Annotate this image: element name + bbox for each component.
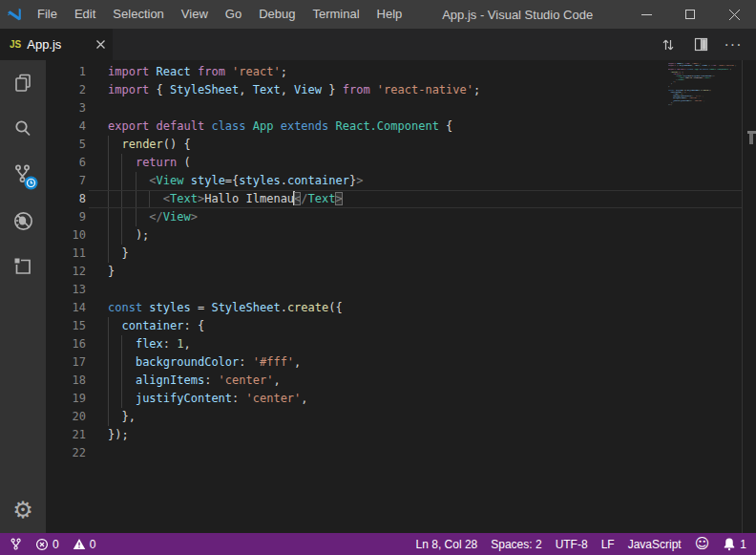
menu-help[interactable]: Help: [368, 0, 411, 29]
minimap[interactable]: import React from 'react';import { Style…: [668, 63, 742, 108]
indent-guide: [108, 408, 109, 426]
line-number: 7: [46, 172, 86, 190]
source-control-icon[interactable]: [0, 152, 46, 198]
tab-close-icon[interactable]: [96, 40, 105, 49]
indent-guide: [108, 172, 109, 190]
activity-bar: ⚙: [0, 60, 46, 533]
line-number: 16: [46, 335, 86, 353]
indent-guide: [108, 190, 109, 208]
scrollbar-thumb[interactable]: [749, 134, 753, 144]
code-line-15: 15 container: {: [46, 317, 756, 335]
git-branch-item[interactable]: [10, 537, 22, 551]
line-number: 6: [46, 154, 86, 172]
menu-debug[interactable]: Debug: [250, 0, 304, 29]
code-line-10: 10 );: [46, 226, 756, 245]
line-number: 8: [46, 190, 86, 208]
line-number: 3: [46, 99, 86, 117]
line-number: 9: [46, 208, 86, 226]
pending-clock-badge: [24, 176, 38, 190]
line-number: 5: [46, 136, 86, 154]
line-number: 11: [46, 245, 86, 263]
warning-icon: [73, 538, 86, 550]
bell-icon: [723, 537, 736, 551]
menu-terminal[interactable]: Terminal: [304, 0, 368, 29]
indent-guide: [108, 372, 109, 390]
code-line-14: 14const styles = StyleSheet.create({: [46, 299, 756, 317]
split-editor-icon[interactable]: [689, 33, 712, 56]
extensions-icon[interactable]: [0, 244, 46, 289]
code-line-17: 17 backgroundColor: '#fff',: [46, 353, 756, 372]
code-line-1: 1import React from 'react';: [46, 63, 756, 81]
line-number: 14: [46, 299, 86, 317]
cursor-position[interactable]: Ln 8, Col 28: [416, 538, 478, 551]
close-button[interactable]: [712, 0, 756, 29]
line-number: 13: [46, 281, 86, 299]
line-number: 1: [46, 63, 86, 81]
code-line-18: 18 alignItems: 'center',: [46, 372, 756, 390]
encoding-label: UTF-8: [556, 538, 588, 551]
more-actions-icon[interactable]: ···: [722, 33, 745, 56]
vscode-logo-icon: [0, 6, 29, 23]
eol[interactable]: LF: [601, 538, 615, 551]
menu-view[interactable]: View: [173, 0, 217, 29]
line-number: 18: [46, 372, 86, 390]
tab-appjs[interactable]: JS App.js: [0, 29, 113, 60]
indentation[interactable]: Spaces: 2: [491, 538, 541, 551]
minimize-button[interactable]: [624, 0, 668, 29]
indent-guide: [136, 190, 136, 208]
feedback-smiley[interactable]: ☺: [695, 537, 710, 551]
status-bar: 00 Ln 8, Col 28Spaces: 2UTF-8LFJavaScrip…: [0, 533, 756, 555]
encoding[interactable]: UTF-8: [556, 538, 588, 551]
indent-guide: [149, 190, 150, 208]
search-icon[interactable]: [0, 106, 46, 152]
line-number: 21: [46, 426, 86, 444]
explorer-icon[interactable]: [0, 60, 46, 106]
menu-bar: FileEditSelectionViewGoDebugTerminalHelp: [29, 0, 410, 29]
line-number: 17: [46, 353, 86, 372]
indentation-label: Spaces: 2: [491, 538, 541, 551]
window-title: App.js - Visual Studio Code: [410, 8, 624, 22]
code-line-7: 7 <View style={styles.container}>: [46, 172, 756, 190]
errors-item[interactable]: 0: [35, 538, 59, 551]
code-line-19: 19 justifyContent: 'center',: [46, 390, 756, 408]
code-line-20: 20 },: [46, 408, 756, 426]
menu-selection[interactable]: Selection: [104, 0, 172, 29]
code-line-12: 12}: [46, 263, 756, 281]
indent-guide: [108, 317, 109, 335]
title-bar: FileEditSelectionViewGoDebugTerminalHelp…: [0, 0, 756, 29]
notifications[interactable]: 1: [723, 537, 746, 551]
errors-item-label: 0: [52, 538, 59, 551]
warnings-item[interactable]: 0: [73, 538, 96, 551]
sync-arrows-icon[interactable]: [657, 33, 680, 56]
indent-guide: [108, 353, 109, 372]
code-line-5: 5 render() {: [46, 136, 756, 154]
code-line-9: 9 </View>: [46, 208, 756, 226]
code-editor[interactable]: 1import React from 'react';2import { Sty…: [46, 60, 756, 533]
code-line-6: 6 return (: [46, 154, 756, 172]
menu-go[interactable]: Go: [217, 0, 250, 29]
settings-gear-icon[interactable]: ⚙: [0, 487, 46, 533]
language-mode[interactable]: JavaScript: [628, 538, 682, 551]
indent-guide: [121, 226, 122, 245]
indent-guide: [108, 335, 109, 353]
indent-guide: [121, 172, 122, 190]
javascript-file-icon: JS: [10, 39, 21, 50]
indent-guide: [108, 245, 109, 263]
eol-label: LF: [601, 538, 615, 551]
indent-guide: [121, 372, 122, 390]
code-line-21: 21});: [46, 426, 756, 444]
indent-guide: [108, 208, 109, 226]
maximize-button[interactable]: [668, 0, 712, 29]
indent-guide: [108, 226, 109, 245]
notifications-label: 1: [740, 538, 746, 551]
code-line-22: 22: [46, 444, 756, 462]
debug-icon[interactable]: [0, 198, 46, 244]
indent-guide: [121, 190, 122, 208]
indent-guide: [136, 172, 136, 190]
code-line-16: 16 flex: 1,: [46, 335, 756, 353]
menu-edit[interactable]: Edit: [66, 0, 104, 29]
code-line-13: 13: [46, 281, 756, 299]
line-number: 19: [46, 390, 86, 408]
cursor-position-label: Ln 8, Col 28: [416, 538, 478, 551]
menu-file[interactable]: File: [29, 0, 66, 29]
